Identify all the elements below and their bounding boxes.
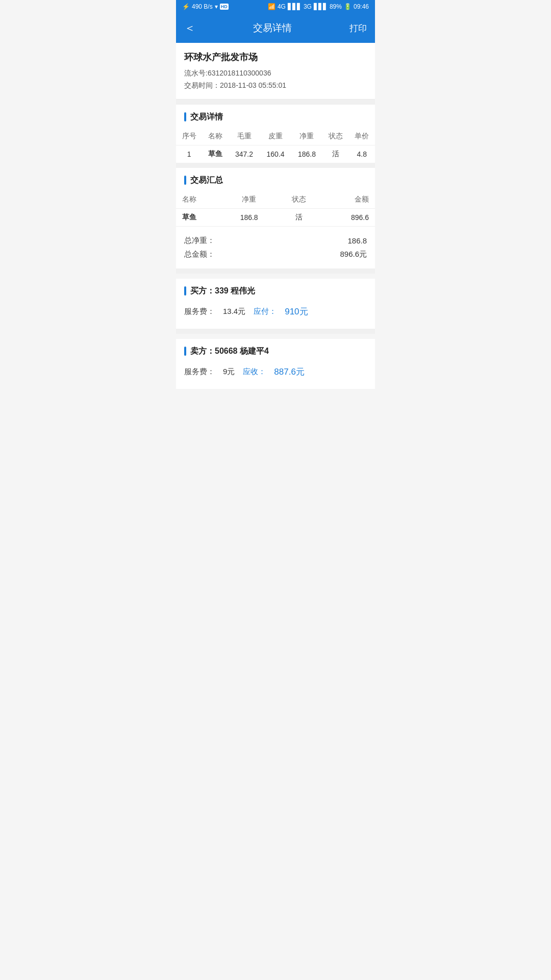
col-seq: 序号 [176,128,202,145]
buyer-section-header: 买方：339 程伟光 [176,279,375,302]
cell-seq: 1 [176,145,202,163]
total-net-label: 总净重： [184,236,215,246]
wifi-icon: 📶 [268,3,276,10]
section-bar-icon-4 [184,347,186,356]
cell-status: 活 [322,145,348,163]
market-name: 环球水产批发市场 [184,51,367,63]
seller-receive-amount: 887.6元 [274,366,305,378]
seller-receive-label: 应收： [243,367,266,377]
sum-col-name: 名称 [176,191,222,209]
detail-table-head: 序号 名称 毛重 皮重 净重 状态 单价 [176,128,375,145]
serial-label: 流水号: [184,69,208,77]
total-amount-label: 总金额： [184,250,215,259]
serial-row: 流水号:6312018110300036 [184,67,367,80]
time-row: 交易时间：2018-11-03 05:55:01 [184,80,367,92]
signal-bar-2: ▋▋▋ [314,3,328,10]
col-name: 名称 [202,128,228,145]
sum-col-status: 状态 [276,191,322,209]
total-amount-row: 总金额： 896.6元 [184,248,367,261]
seller-section-header: 卖方：50668 杨建平4 [176,339,375,362]
section-bar-icon-2 [184,176,186,185]
divider-1 [176,100,375,105]
total-net-row: 总净重： 186.8 [184,234,367,248]
time-display: 09:46 [354,3,369,10]
cell-name: 草鱼 [202,145,228,163]
seller-title: 卖方：50668 杨建平4 [190,346,269,357]
sum-cell-net: 186.8 [222,208,276,226]
bottom-padding [176,389,375,404]
usb-icon: ⚡ [182,3,190,10]
hd-icon: HD [220,4,229,10]
table-row: 草鱼 186.8 活 896.6 [176,208,375,226]
summary-table-head: 名称 净重 状态 金额 [176,191,375,209]
col-tare: 皮重 [260,128,291,145]
detail-table-header-row: 序号 名称 毛重 皮重 净重 状态 单价 [176,128,375,145]
battery-icon: 🔋 [344,3,352,10]
summary-table-body: 草鱼 186.8 活 896.6 [176,208,375,226]
seller-fee-label: 服务费： [184,367,215,377]
network-3g: 3G [304,3,312,10]
status-bar-right: 📶 4G ▋▋▋ 3G ▋▋▋ 89% 🔋 09:46 [268,3,369,10]
buyer-title: 买方：339 程伟光 [190,286,255,297]
total-net-value: 186.8 [347,236,367,245]
sum-cell-name: 草鱼 [176,208,222,226]
col-gross: 毛重 [229,128,260,145]
sum-cell-amount: 896.6 [322,208,375,226]
transaction-time: 2018-11-03 05:55:01 [220,81,286,89]
buyer-pay-label: 应付： [254,307,277,316]
cell-unit: 4.8 [349,145,375,163]
cell-net: 186.8 [291,145,322,163]
detail-section-header: 交易详情 [176,105,375,128]
bluetooth-icon: ▾ [215,3,218,10]
seller-fee-row: 服务费： 9元 应收： 887.6元 [176,362,375,382]
back-button[interactable]: ＜ [184,20,195,36]
divider-3 [176,268,375,274]
total-amount-value: 896.6元 [340,250,367,259]
cell-tare: 160.4 [260,145,291,163]
buyer-pay-amount: 910元 [285,306,308,317]
transaction-detail-section: 交易详情 序号 名称 毛重 皮重 净重 状态 单价 1 草鱼 347.2 160… [176,105,375,163]
print-button[interactable]: 打印 [349,22,367,34]
sum-col-net: 净重 [222,191,276,209]
detail-table: 序号 名称 毛重 皮重 净重 状态 单价 1 草鱼 347.2 160.4 18… [176,128,375,163]
market-info: 环球水产批发市场 流水号:6312018110300036 交易时间：2018-… [176,43,375,100]
seller-fee-amount: 9元 [223,367,235,377]
buyer-fee-label: 服务费： [184,307,215,316]
battery-level: 89% [330,3,342,10]
status-bar: ⚡ 490 B/s ▾ HD 📶 4G ▋▋▋ 3G ▋▋▋ 89% 🔋 09:… [176,0,375,13]
col-net: 净重 [291,128,322,145]
divider-2 [176,163,375,168]
lte-icon: 4G [278,3,286,10]
app-header: ＜ 交易详情 打印 [176,13,375,43]
table-row: 1 草鱼 347.2 160.4 186.8 活 4.8 [176,145,375,163]
summary-header-row: 名称 净重 状态 金额 [176,191,375,209]
time-label: 交易时间： [184,81,220,89]
section-bar-icon [184,112,186,121]
buyer-section: 买方：339 程伟光 服务费： 13.4元 应付： 910元 [176,279,375,329]
section-bar-icon-3 [184,286,186,296]
col-status: 状态 [322,128,348,145]
divider-4 [176,329,375,334]
detail-table-body: 1 草鱼 347.2 160.4 186.8 活 4.8 [176,145,375,163]
summary-section-header: 交易汇总 [176,168,375,191]
summary-section-title: 交易汇总 [190,175,223,186]
serial-number: 6312018110300036 [208,69,271,77]
status-bar-left: ⚡ 490 B/s ▾ HD [182,3,229,10]
network-speed: 490 B/s [192,3,213,10]
seller-section: 卖方：50668 杨建平4 服务费： 9元 应收： 887.6元 [176,339,375,389]
sum-col-amount: 金额 [322,191,375,209]
page-title: 交易详情 [195,21,349,35]
totals-section: 总净重： 186.8 总金额： 896.6元 [176,226,375,268]
detail-section-title: 交易详情 [190,112,223,122]
buyer-fee-row: 服务费： 13.4元 应付： 910元 [176,302,375,322]
sum-cell-status: 活 [276,208,322,226]
transaction-summary-section: 交易汇总 名称 净重 状态 金额 草鱼 186.8 活 896.6 总净重： 1… [176,168,375,268]
buyer-fee-amount: 13.4元 [223,307,245,316]
summary-table: 名称 净重 状态 金额 草鱼 186.8 活 896.6 [176,191,375,226]
cell-gross: 347.2 [229,145,260,163]
signal-bar-1: ▋▋▋ [288,3,302,10]
col-unit: 单价 [349,128,375,145]
